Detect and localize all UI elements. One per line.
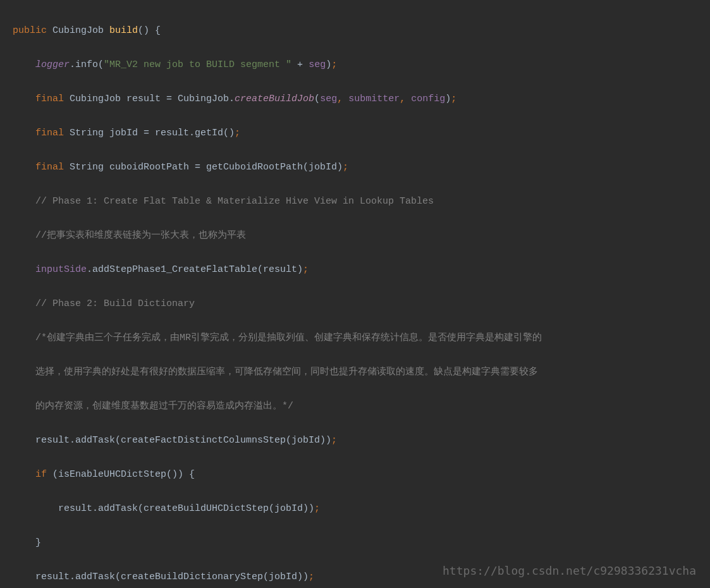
code-block: public CubingJob build() { logger.info("… (0, 0, 710, 588)
code-line: result.addTask(createBuildUHCDictStep(jo… (13, 500, 697, 517)
decl: CubingJob result = CubingJob. (70, 94, 235, 104)
decl: String cuboidRootPath = getCuboidRootPat… (70, 162, 343, 173)
paren: ( (314, 94, 320, 104)
comment-line: // Phase 2: Build Dictionary (13, 295, 697, 312)
field-ref: config (411, 94, 445, 104)
method-call: .addStepPhase1_CreateFlatTable(result) (87, 264, 303, 275)
keyword-final: final (35, 94, 70, 104)
comment-line: 的内存资源，创建维度基数超过千万的容易造成内存溢出。*/ (13, 398, 697, 415)
code-line: final CubingJob result = CubingJob.creat… (13, 90, 697, 107)
keyword-final: final (35, 128, 70, 138)
code-line: logger.info("MR_V2 new job to BUILD segm… (13, 56, 697, 73)
comment-line: /*创建字典由三个子任务完成，由MR引擎完成，分别是抽取列值、创建字典和保存统计… (13, 329, 697, 346)
brace: } (35, 537, 41, 548)
keyword-if: if (35, 469, 52, 480)
method-call: .info( (70, 59, 104, 70)
keyword-public: public (13, 25, 52, 36)
code-line: } (13, 534, 697, 551)
field-ref: inputSide (35, 264, 87, 275)
logger-field: logger (35, 59, 70, 70)
semicolon: ; (451, 94, 456, 104)
type-name: CubingJob (52, 25, 109, 36)
watermark: https://blog.csdn.net/c9298336231vcha (443, 562, 696, 579)
comment-line: //把事实表和维度表链接为一张大表，也称为平表 (13, 227, 697, 244)
operator: + (297, 59, 309, 70)
code-line: public CubingJob build() { (13, 22, 697, 39)
semicolon: ; (331, 59, 337, 70)
semicolon: ; (314, 503, 320, 514)
semicolon: ; (235, 128, 240, 138)
keyword-final: final (35, 162, 70, 173)
code-line: final String jobId = result.getId(); (13, 125, 697, 142)
paren: ) (326, 59, 331, 70)
code-line: inputSide.addStepPhase1_CreateFlatTable(… (13, 261, 697, 278)
field-ref: seg (309, 59, 326, 70)
method-call: result.addTask(createBuildUHCDictStep(jo… (58, 503, 314, 514)
method-call: result.addTask(createFactDistinctColumns… (35, 435, 331, 446)
string-literal: "MR_V2 new job to BUILD segment " (104, 59, 297, 70)
field-ref: seg (320, 94, 337, 104)
code-line: result.addTask(createFactDistinctColumns… (13, 432, 697, 449)
decl: String jobId = result.getId() (70, 128, 235, 138)
method-name: build (109, 25, 138, 36)
code-line: final String cuboidRootPath = getCuboidR… (13, 159, 697, 176)
condition: (isEnableUHCDictStep()) { (52, 469, 195, 480)
semicolon: ; (343, 162, 348, 173)
comma: , (337, 94, 348, 104)
comma: , (400, 94, 411, 104)
paren-brace: () { (138, 25, 161, 36)
semicolon: ; (303, 264, 309, 275)
static-method: createBuildJob (235, 94, 314, 104)
comment-line: 选择，使用字典的好处是有很好的数据压缩率，可降低存储空间，同时也提升存储读取的速… (13, 364, 697, 381)
method-call: result.addTask(createBuildDictionaryStep… (35, 572, 309, 582)
comment-line: // Phase 1: Create Flat Table & Material… (13, 193, 697, 210)
paren: ) (445, 94, 451, 104)
semicolon: ; (309, 572, 314, 582)
semicolon: ; (331, 435, 337, 446)
code-line: if (isEnableUHCDictStep()) { (13, 466, 697, 483)
field-ref: submitter (348, 94, 400, 104)
